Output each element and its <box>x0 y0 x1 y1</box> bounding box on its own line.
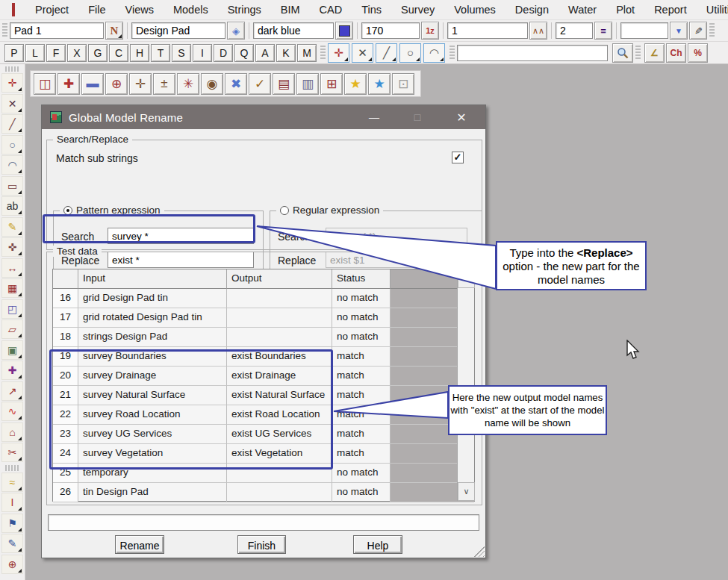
interval-icon[interactable]: I <box>1 493 23 512</box>
delete-view-icon[interactable]: ✖ <box>225 73 247 95</box>
pattern-search-input[interactable] <box>108 228 254 244</box>
table-row[interactable]: 22 survey Road Location exist Road Locat… <box>53 405 474 425</box>
menu-item[interactable]: Report <box>644 0 697 20</box>
zoom-ratio-icon[interactable]: ± <box>153 73 175 95</box>
measure-icon[interactable]: ↔ <box>1 258 23 278</box>
menu-item[interactable]: File <box>78 0 115 20</box>
menu-item[interactable]: Strings <box>218 0 271 20</box>
cad-letter-button[interactable]: K <box>276 44 296 62</box>
toolbar-grip[interactable] <box>449 46 455 60</box>
create-circle-icon[interactable]: ○ <box>1 135 23 155</box>
cad-letter-button[interactable]: L <box>25 44 45 62</box>
point-name-input[interactable] <box>10 22 104 39</box>
grid-icon[interactable]: ▦ <box>1 278 23 298</box>
table-row[interactable]: 20 survey Drainage exist Drainage match <box>53 367 474 386</box>
freehand-icon[interactable]: ≈ <box>1 473 23 492</box>
menu-item[interactable]: Project <box>25 0 78 20</box>
grid-view-icon[interactable]: ⊞ <box>320 73 343 95</box>
new-view-icon[interactable]: ◫ <box>34 73 56 95</box>
raise-string-icon[interactable]: ↗ <box>1 381 23 401</box>
toolbar-grip[interactable] <box>320 46 326 60</box>
polygon-icon[interactable]: ⌂ <box>1 422 23 442</box>
menu-item[interactable]: Water <box>559 0 606 20</box>
delete-string-icon[interactable]: ✂ <box>1 443 23 462</box>
output-column-header[interactable]: Output <box>227 269 332 289</box>
edit-notes-icon[interactable]: ✎ <box>1 534 23 553</box>
input-column-header[interactable]: Input <box>78 269 227 289</box>
close-button[interactable]: ✕ <box>449 105 474 129</box>
move-icon[interactable]: ✚ <box>1 361 23 380</box>
cad-letter-button[interactable]: P <box>4 44 24 62</box>
table-row[interactable]: 18 strings Design Pad no match <box>53 328 474 347</box>
command-input[interactable] <box>457 45 608 61</box>
table-row[interactable]: 26 tin Design Pad no match <box>53 483 474 502</box>
table-row[interactable]: 23 survey UG Services exist UG Services … <box>53 425 474 444</box>
image-icon[interactable]: ▣ <box>1 340 23 360</box>
menu-item[interactable]: Tins <box>352 0 391 20</box>
model-input[interactable] <box>131 22 225 39</box>
table-row[interactable]: 17 grid rotated Design Pad tin no match <box>53 308 474 328</box>
dropdown-button[interactable]: ▼ <box>670 22 688 40</box>
cad-letter-button[interactable]: C <box>109 44 128 62</box>
cad-letter-button[interactable]: M <box>297 44 317 62</box>
finish-button[interactable]: Finish <box>237 535 286 554</box>
cad-letter-button[interactable]: F <box>46 44 66 62</box>
menu-item[interactable]: Design <box>505 0 559 20</box>
match-sub-strings-checkbox[interactable]: ✓ <box>452 152 464 163</box>
bearing-icon[interactable]: ∠ <box>644 43 665 63</box>
menu-item[interactable]: Utilities <box>697 0 728 20</box>
table-row[interactable]: 16 grid Design Pad tin no match <box>53 289 474 308</box>
cad-letter-button[interactable]: G <box>88 44 108 62</box>
status-column-header[interactable]: Status <box>332 269 391 289</box>
create-arc-icon[interactable]: ◠ <box>1 155 23 175</box>
string-colour-icon[interactable]: ∿ <box>1 402 23 421</box>
thickness-input[interactable] <box>556 22 593 39</box>
line-snap-icon[interactable]: ╱ <box>376 43 397 63</box>
dialog-titlebar[interactable]: Global Model Rename — □ ✕ <box>42 105 485 129</box>
create-symbol-icon[interactable]: ✎ <box>1 217 23 237</box>
table-row[interactable]: 24 survey Vegetation exist Vegetation ma… <box>53 444 474 464</box>
menu-item[interactable]: CAD <box>310 0 352 20</box>
rename-button[interactable]: Rename <box>115 535 164 554</box>
table-row[interactable]: 21 survey Natural Surface exist Natural … <box>53 386 474 405</box>
cad-letter-button[interactable]: A <box>255 44 275 62</box>
extra-attribute-input[interactable] <box>620 22 668 39</box>
zoom-out-icon[interactable]: ▬ <box>81 73 104 95</box>
toolbar-grip[interactable] <box>709 23 715 38</box>
model-picker-button[interactable]: ◈ <box>227 22 245 40</box>
point-snap-icon[interactable]: ✛ <box>328 43 349 63</box>
snap-intersection-icon[interactable]: ✕ <box>1 94 23 113</box>
new-window-icon[interactable]: ⊡ <box>392 73 414 95</box>
arc-snap-icon[interactable]: ◠ <box>423 43 445 63</box>
help-button[interactable]: Help <box>353 535 402 554</box>
redraw-icon[interactable]: ✓ <box>249 73 271 95</box>
minimize-button[interactable]: — <box>361 105 387 129</box>
zoom-in-icon[interactable]: ✚ <box>57 73 80 95</box>
cad-letter-button[interactable]: Q <box>234 44 254 62</box>
name-picker-button[interactable]: N <box>105 22 123 40</box>
menu-item[interactable]: Volumes <box>444 0 505 20</box>
shape-icon[interactable]: ▱ <box>1 319 23 339</box>
colour-input[interactable] <box>253 22 334 39</box>
favourites-yellow-icon[interactable]: ★ <box>344 73 367 95</box>
menu-item[interactable]: BIM <box>271 0 310 20</box>
cad-letter-button[interactable]: X <box>67 44 87 62</box>
zoom-extents-icon[interactable]: ✳ <box>177 73 199 95</box>
menu-item[interactable]: Models <box>164 0 218 20</box>
linestyle-picker-button[interactable]: ∧∧ <box>529 22 547 40</box>
eyedropper-button[interactable]: ✎ <box>689 22 707 40</box>
previous-view-icon[interactable]: ◉ <box>201 73 223 95</box>
survey-instrument-icon[interactable]: ⚑ <box>1 514 23 533</box>
pan-icon[interactable]: ✛ <box>129 73 152 95</box>
chainage-icon[interactable]: Ch <box>666 43 686 63</box>
maximize-button[interactable]: □ <box>405 105 430 129</box>
cad-letter-button[interactable]: T <box>151 44 170 62</box>
create-rectangle-icon[interactable]: ▭ <box>1 176 23 196</box>
create-text-icon[interactable]: ab <box>1 196 23 216</box>
colour-picker-button[interactable] <box>335 22 353 40</box>
table-row[interactable]: 19 survey Boundaries exist Boundaries ma… <box>53 347 474 367</box>
cad-letter-button[interactable]: H <box>130 44 149 62</box>
sort-picker-button[interactable]: 1z <box>421 22 439 40</box>
fit-view-icon[interactable]: ⊕ <box>105 73 128 95</box>
percent-label-icon[interactable]: % <box>688 43 708 63</box>
